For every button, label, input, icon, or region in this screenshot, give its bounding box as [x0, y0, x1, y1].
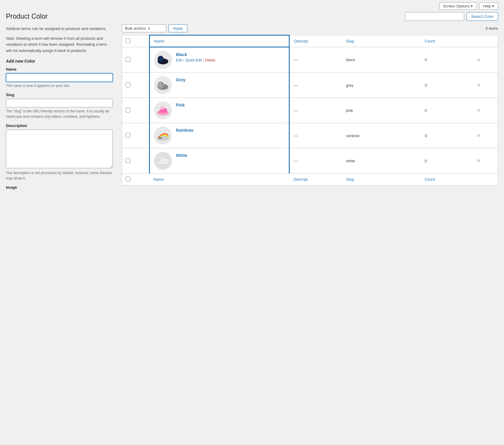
add-new-title: Add new Color — [6, 59, 113, 63]
header-description-label: Descript — [294, 39, 308, 43]
table-row: Black Edit | Quick Edit | Delete — black… — [122, 47, 498, 73]
svg-point-4 — [161, 57, 163, 58]
row-checkbox-pink[interactable] — [126, 108, 130, 112]
table-toolbar: Bulk actions ∨ Apply 5 items — [122, 24, 498, 32]
table-footer-row: Name Descript Slug Count — [122, 174, 498, 185]
svg-point-12 — [160, 107, 165, 109]
top-bar: Screen Options ▾ Help ▾ — [0, 0, 504, 12]
row-checkbox-cell-grey — [122, 73, 150, 98]
row-slug-rainbow: rainbow — [342, 123, 421, 148]
row-menu-pink[interactable]: ≡ — [473, 98, 498, 123]
row-description-white: — — [289, 148, 342, 174]
description-textarea[interactable] — [6, 130, 113, 168]
row-checkbox-white[interactable] — [126, 158, 130, 163]
description-field-group: Description The description is not promi… — [6, 123, 113, 181]
name-hint: The name is how it appears on your site. — [6, 83, 113, 88]
search-color-button[interactable]: Search Color — [467, 12, 498, 21]
color-name-group-grey: Grey — [154, 76, 285, 94]
help-button[interactable]: Help ▾ — [479, 2, 498, 10]
color-name-group-black: Black Edit | Quick Edit | Delete — [154, 51, 285, 69]
color-thumbnail-white — [154, 152, 172, 170]
search-row: Search Color — [122, 12, 498, 21]
color-thumbnail-black — [154, 51, 172, 69]
footer-slug: Slug — [342, 174, 421, 185]
table-row: Pink — pink 0 ≡ — [122, 98, 498, 123]
row-menu-grey[interactable]: ≡ — [473, 73, 498, 98]
color-name-grey[interactable]: Grey — [176, 77, 186, 82]
quick-edit-link-black[interactable]: Quick Edit — [186, 58, 202, 62]
image-field-group: Image — [6, 185, 113, 190]
color-name-white[interactable]: White — [176, 153, 187, 158]
menu-icon-white[interactable]: ≡ — [477, 158, 480, 163]
page-title: Product Color — [6, 12, 113, 21]
row-name-cell-white: White — [149, 148, 289, 174]
slug-label: Slug — [6, 93, 113, 97]
row-menu-black[interactable]: ≡ — [473, 47, 498, 73]
color-name-rainbow[interactable]: Rainbow — [176, 128, 193, 133]
row-slug-grey: grey — [342, 73, 421, 98]
search-color-input[interactable] — [405, 12, 464, 21]
description-label: Description — [6, 123, 113, 128]
bulk-actions-label: Bulk actions — [125, 26, 146, 31]
footer-checkbox-cell — [122, 174, 150, 185]
bulk-actions-row: Bulk actions ∨ Apply — [122, 24, 187, 32]
edit-link-black[interactable]: Edit — [176, 58, 182, 62]
description-1: Attribute terms can be assigned to produ… — [6, 26, 113, 32]
footer-name-label: Name — [153, 177, 164, 182]
row-name-cell-black: Black Edit | Quick Edit | Delete — [149, 47, 289, 73]
row-menu-white[interactable]: ≡ — [473, 148, 498, 174]
help-icon: ▾ — [492, 4, 494, 8]
color-name-black[interactable]: Black — [176, 52, 215, 57]
color-thumbnail-rainbow — [154, 127, 172, 144]
search-color-label: Search Color — [471, 14, 494, 19]
sep2-black: | — [203, 58, 204, 62]
row-checkbox-cell-pink — [122, 98, 150, 123]
row-checkbox-cell-white — [122, 148, 150, 174]
header-count: Count — [421, 35, 473, 47]
bulk-actions-select[interactable]: Bulk actions ∨ — [122, 24, 166, 32]
screen-options-label: Screen Options — [443, 4, 470, 8]
apply-label: Apply — [173, 26, 183, 31]
apply-button[interactable]: Apply — [169, 24, 187, 32]
table-row: Grey — grey 0 ≡ — [122, 73, 498, 98]
svg-point-15 — [158, 137, 162, 139]
row-checkbox-cell-black — [122, 47, 150, 73]
row-checkbox-cell-rainbow — [122, 123, 150, 148]
description-hint: The description is not prominent by defa… — [6, 170, 113, 181]
row-checkbox-rainbow[interactable] — [126, 133, 130, 138]
delete-link-black[interactable]: Delete — [205, 58, 215, 62]
row-description-grey: — — [289, 73, 342, 98]
select-all-checkbox[interactable] — [126, 38, 130, 43]
svg-point-9 — [161, 82, 163, 84]
color-name-group-rainbow: Rainbow — [154, 127, 285, 144]
select-all-footer-checkbox[interactable] — [126, 177, 130, 181]
page-content: Product Color Attribute terms can be ass… — [0, 12, 504, 200]
row-name-cell-rainbow: Rainbow — [149, 123, 289, 148]
row-count-white: 0 — [421, 148, 473, 174]
row-slug-black: black — [342, 47, 421, 73]
name-input[interactable] — [6, 73, 113, 82]
slug-input[interactable] — [6, 99, 113, 107]
table-row: Rainbow — rainbow 0 ≡ — [122, 123, 498, 148]
color-name-group-white: White — [154, 152, 285, 170]
menu-icon-black[interactable]: ≡ — [477, 57, 480, 62]
row-name-cell-pink: Pink — [149, 98, 289, 123]
screen-options-button[interactable]: Screen Options ▾ — [439, 2, 477, 10]
menu-icon-pink[interactable]: ≡ — [477, 108, 480, 113]
menu-icon-rainbow[interactable]: ≡ — [477, 133, 480, 138]
row-checkbox-grey[interactable] — [126, 82, 130, 87]
color-info-grey: Grey — [176, 76, 186, 82]
row-checkbox-black[interactable] — [126, 57, 130, 62]
row-description-black: — — [289, 47, 342, 73]
menu-icon-grey[interactable]: ≡ — [477, 82, 480, 88]
help-label: Help — [483, 4, 491, 8]
color-name-pink[interactable]: Pink — [176, 103, 185, 107]
color-name-group-pink: Pink — [154, 101, 285, 119]
header-slug: Slug — [342, 35, 421, 47]
color-actions-black: Edit | Quick Edit | Delete — [176, 58, 215, 62]
row-count-pink: 0 — [421, 98, 473, 123]
footer-count-label: Count — [425, 177, 435, 182]
row-menu-rainbow[interactable]: ≡ — [473, 123, 498, 148]
screen-options-icon: ▾ — [471, 4, 473, 8]
header-name-label: Name — [154, 39, 164, 43]
